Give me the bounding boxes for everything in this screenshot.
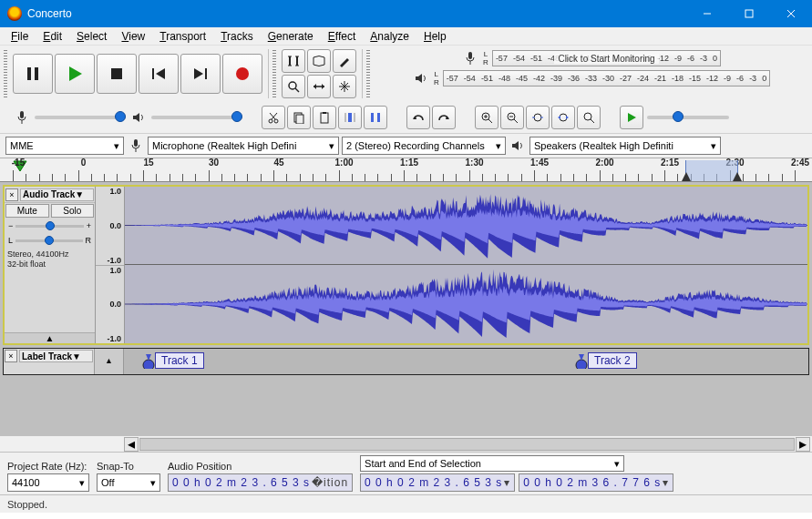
ruler-selection: [685, 160, 738, 181]
timeline-ruler[interactable]: -1501530451:001:151:301:452:002:152:302:…: [0, 158, 812, 182]
svg-rect-8: [152, 68, 154, 79]
menu-effect[interactable]: Effect: [321, 28, 363, 45]
selection-end-display[interactable]: 0 0 h 0 2 m 3 6 . 7 7 6 s▾: [519, 473, 673, 492]
playback-device-combo[interactable]: Speakers (Realtek High Definiti▾: [529, 137, 721, 155]
svg-point-75: [576, 360, 587, 369]
svg-rect-45: [371, 113, 374, 122]
zoom-toggle-button[interactable]: [577, 106, 601, 129]
svg-marker-70: [733, 172, 742, 181]
mixer-toolbar: [11, 107, 244, 128]
zoom-tool[interactable]: [282, 75, 305, 98]
menu-edit[interactable]: Edit: [36, 28, 69, 45]
label-track-body[interactable]: Track 1Track 2: [124, 349, 808, 374]
play-at-speed-button[interactable]: [620, 106, 643, 129]
svg-rect-40: [321, 113, 328, 123]
redo-button[interactable]: [432, 106, 456, 129]
zoom-in-button[interactable]: [475, 106, 499, 129]
transport-toolbar: [11, 47, 264, 100]
play-vol-icon: [129, 108, 148, 127]
menu-file[interactable]: File: [4, 28, 36, 45]
track-close-button[interactable]: ×: [5, 188, 18, 201]
speaker-icon[interactable]: [412, 69, 430, 87]
audio-host-combo[interactable]: MME▾: [5, 137, 124, 155]
scroll-right-button[interactable]: ▸: [796, 437, 810, 452]
play-button[interactable]: [55, 54, 95, 94]
menu-transport[interactable]: Transport: [152, 28, 213, 45]
solo-button[interactable]: Solo: [51, 204, 95, 218]
audio-track-header: × Audio Track▼ Mute Solo −+ LR Stereo, 4…: [5, 187, 96, 343]
label-track-name-dropdown[interactable]: Label Track▼: [19, 350, 93, 362]
device-toolbar: MME▾ Microphone (Realtek High Defini▾ 2 …: [0, 133, 812, 158]
menu-tracks[interactable]: Tracks: [213, 28, 261, 45]
menu-help[interactable]: Help: [416, 28, 454, 45]
svg-point-56: [534, 114, 541, 121]
snap-to-label: Snap-To: [97, 461, 160, 472]
menu-analyze[interactable]: Analyze: [363, 28, 416, 45]
selection-tool[interactable]: [282, 49, 305, 73]
label-track-collapse[interactable]: ▲: [95, 349, 124, 374]
waveform-area[interactable]: [125, 187, 807, 343]
track-name-dropdown[interactable]: Audio Track▼: [20, 188, 94, 201]
mic-icon[interactable]: [461, 49, 479, 67]
mute-button[interactable]: Mute: [5, 204, 49, 218]
undo-button[interactable]: [406, 106, 430, 129]
svg-marker-6: [69, 66, 82, 81]
project-rate-combo[interactable]: 44100▾: [7, 473, 89, 492]
menu-view[interactable]: View: [114, 28, 152, 45]
audio-position-display[interactable]: 0 0 h 0 2 m 2 3 . 6 5 3 s�ition: [168, 473, 353, 492]
multi-tool[interactable]: [333, 75, 356, 98]
playback-speed-slider[interactable]: [647, 116, 729, 119]
label-marker-0[interactable]: Track 1: [142, 352, 204, 369]
cut-button[interactable]: [262, 106, 285, 129]
paste-button[interactable]: [313, 106, 336, 129]
pan-slider[interactable]: LR: [5, 233, 95, 248]
recording-meter[interactable]: -57-54-51-48-45-42-3 Click to Start Moni…: [492, 50, 721, 66]
svg-line-50: [488, 119, 492, 123]
selection-start-display[interactable]: 0 0 h 0 2 m 2 3 . 6 5 3 s▾: [360, 473, 515, 492]
scroll-left-button[interactable]: ◂: [124, 437, 139, 452]
recording-channels-combo[interactable]: 2 (Stereo) Recording Channels▾: [342, 137, 506, 155]
selection-mode-combo[interactable]: Start and End of Selection▾: [360, 455, 624, 472]
pause-button[interactable]: [13, 54, 53, 94]
audio-track: × Audio Track▼ Mute Solo −+ LR Stereo, 4…: [3, 185, 809, 345]
svg-marker-64: [628, 113, 636, 122]
label-track-close-button[interactable]: ×: [5, 350, 17, 362]
statusbar: Stopped.: [0, 494, 812, 513]
playback-volume-slider[interactable]: [151, 116, 242, 119]
record-button[interactable]: [222, 54, 262, 94]
envelope-tool[interactable]: [307, 49, 331, 73]
zoom-out-button[interactable]: [500, 106, 524, 129]
svg-rect-5: [35, 67, 38, 80]
svg-point-35: [274, 119, 278, 123]
recording-volume-slider[interactable]: [35, 116, 126, 119]
horizontal-scrollbar[interactable]: ◂ ▸: [0, 435, 812, 452]
svg-marker-61: [566, 116, 569, 119]
stop-button[interactable]: [97, 54, 137, 94]
status-text: Stopped.: [7, 499, 47, 510]
gain-slider[interactable]: −+: [5, 219, 95, 233]
draw-tool[interactable]: [333, 49, 356, 73]
trim-button[interactable]: [338, 106, 362, 129]
svg-rect-7: [111, 68, 122, 79]
silence-button[interactable]: [364, 106, 387, 129]
skip-end-button[interactable]: [180, 54, 221, 94]
recording-device-combo[interactable]: Microphone (Realtek High Defini▾: [148, 137, 339, 155]
project-rate-label: Project Rate (Hz):: [7, 461, 89, 472]
copy-button[interactable]: [287, 106, 311, 129]
maximize-button[interactable]: [728, 0, 770, 27]
menu-generate[interactable]: Generate: [261, 28, 321, 45]
track-collapse-button[interactable]: ▲: [5, 332, 95, 343]
playback-meter[interactable]: -57-54-51-48-45-42-39-36-33-30-27-24-21-…: [443, 70, 770, 86]
skip-start-button[interactable]: [139, 54, 179, 94]
svg-rect-11: [205, 68, 207, 79]
timeshift-tool[interactable]: [307, 75, 331, 98]
svg-marker-33: [133, 113, 139, 122]
minimize-button[interactable]: [686, 0, 728, 27]
fit-selection-button[interactable]: [526, 106, 550, 129]
snap-to-combo[interactable]: Off▾: [97, 473, 160, 492]
fit-project-button[interactable]: [551, 106, 575, 129]
label-marker-1[interactable]: Track 2: [575, 352, 637, 369]
toolbars: LR -57-54-51-48-45-42-3 Click to Start M…: [0, 46, 812, 158]
menu-select[interactable]: Select: [69, 28, 114, 45]
close-button[interactable]: [770, 0, 812, 27]
